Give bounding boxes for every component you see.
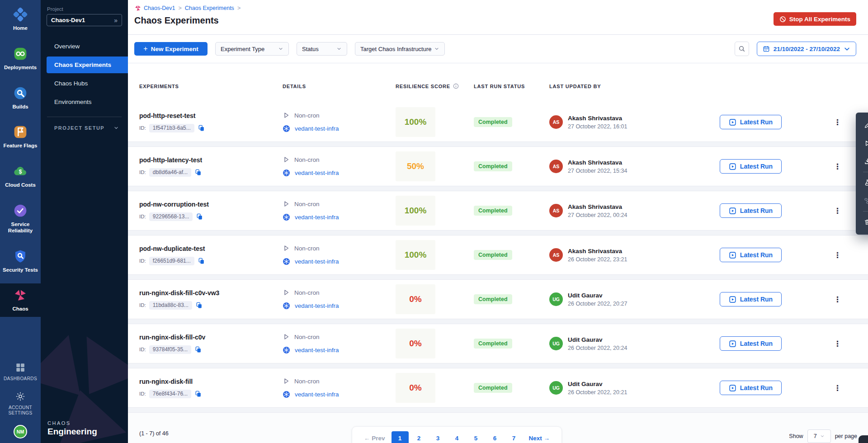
- latest-run-button[interactable]: Latest Run: [720, 248, 782, 262]
- filter-target-chaos-infrastructure[interactable]: Target Chaos Infrastructure: [355, 42, 445, 56]
- sidebar-item-overview[interactable]: Overview: [41, 37, 128, 56]
- resilience-score: 0%: [396, 284, 435, 314]
- copy-icon[interactable]: [198, 257, 205, 265]
- infrastructure-link[interactable]: vedant-test-infra: [295, 302, 339, 309]
- latest-run-button[interactable]: Latest Run: [720, 336, 782, 351]
- breadcrumb-link-chaos-experiments[interactable]: Chaos Experiments: [185, 5, 234, 11]
- page-button-5[interactable]: 5: [467, 431, 485, 443]
- module-cloud-costs[interactable]: $ Cloud Costs: [0, 160, 41, 193]
- table-header: EXPERIMENTS DETAILS RESILIENCE SCORE LAS…: [128, 63, 868, 103]
- module-dashboards[interactable]: DASHBOARDS: [0, 362, 41, 382]
- infrastructure-link[interactable]: vedant-test-infra: [295, 170, 339, 176]
- expand-icon[interactable]: »: [114, 17, 118, 24]
- search-button[interactable]: [735, 42, 749, 56]
- copy-icon[interactable]: [194, 346, 202, 353]
- copy-icon[interactable]: [194, 169, 202, 176]
- project-selector[interactable]: Chaos-Dev1 »: [47, 14, 122, 26]
- copy-icon[interactable]: [198, 124, 205, 132]
- menu-item-edit-experiment[interactable]: Edit Experiment: [856, 116, 868, 134]
- dashboards-icon: [14, 362, 26, 373]
- latest-run-button[interactable]: Latest Run: [720, 292, 782, 306]
- chevron-down-icon: [336, 46, 342, 52]
- updated-date: 26 October 2022, 20:27: [568, 301, 627, 307]
- latest-run-button[interactable]: Latest Run: [720, 115, 782, 129]
- menu-item-add-to-pipeline: Add to Pipeline: [856, 192, 868, 210]
- experiment-id: 76e8f434-76...: [149, 390, 191, 398]
- module-account-settings[interactable]: ACCOUNTSETTINGS: [0, 391, 41, 416]
- row-menu-button[interactable]: ⋮: [831, 117, 837, 128]
- latest-run-button[interactable]: Latest Run: [720, 159, 782, 174]
- module-feature-flags[interactable]: Feature Flags: [0, 120, 41, 154]
- info-icon[interactable]: [453, 83, 459, 89]
- user-avatar[interactable]: NM: [14, 425, 27, 438]
- copy-icon[interactable]: [194, 390, 202, 398]
- run-icon: [729, 163, 736, 170]
- module-sidebar: Home Deployments Builds Feature Flags $ …: [0, 0, 41, 443]
- latest-run-button[interactable]: Latest Run: [720, 203, 782, 218]
- experiment-name: pod-nw-duplicate-test: [139, 245, 283, 252]
- copy-icon[interactable]: [196, 213, 203, 221]
- page-button-1[interactable]: 1: [392, 431, 409, 443]
- user-name: Udit Gaurav: [568, 292, 627, 299]
- breadcrumb-link-chaos-dev1[interactable]: Chaos-Dev1: [144, 5, 175, 11]
- column-last-updated-by: LAST UPDATED BY: [549, 84, 720, 89]
- row-separator: [128, 363, 868, 368]
- infrastructure-link[interactable]: vedant-test-infra: [295, 391, 339, 398]
- column-experiments: EXPERIMENTS: [139, 84, 283, 89]
- brand: CHAOS Engineering: [47, 420, 97, 437]
- row-menu-button[interactable]: ⋮: [831, 294, 837, 305]
- filter-experiment-type[interactable]: Experiment Type: [215, 42, 289, 56]
- chaos-icon: [13, 287, 28, 303]
- filter-label: Status: [302, 46, 319, 52]
- stop-all-experiments-button[interactable]: Stop All Experiments: [774, 12, 856, 26]
- menu-item-delete-experiment[interactable]: Delete Experiment: [856, 213, 868, 231]
- module-home[interactable]: Home: [0, 3, 41, 36]
- row-menu-button[interactable]: ⋮: [831, 205, 837, 217]
- menu-item-add-to-chaos-hub[interactable]: Add to Chaos Hub: [856, 174, 868, 192]
- id-label: ID:: [139, 391, 146, 396]
- sidebar-item-chaos-hubs[interactable]: Chaos Hubs: [41, 74, 128, 93]
- module-label: Cloud Costs: [4, 182, 37, 189]
- infrastructure-link[interactable]: vedant-test-infra: [295, 125, 339, 132]
- pagination-summary: (1 - 7) of 46: [139, 430, 169, 437]
- row-menu-button[interactable]: ⋮: [831, 338, 837, 349]
- infrastructure-link[interactable]: vedant-test-infra: [295, 347, 339, 353]
- infrastructure-link[interactable]: vedant-test-infra: [295, 214, 339, 221]
- filter-status[interactable]: Status: [297, 42, 347, 56]
- new-experiment-button[interactable]: + New Experiment: [134, 42, 208, 56]
- latest-run-button[interactable]: Latest Run: [720, 381, 782, 395]
- chevron-down-icon: [113, 125, 119, 131]
- module-service-reliability[interactable]: Service Reliability: [0, 199, 41, 239]
- page-header: Chaos-Dev1>Chaos Experiments> Chaos Expe…: [128, 0, 868, 35]
- infrastructure-link[interactable]: vedant-test-infra: [295, 258, 339, 265]
- project-setup-section[interactable]: PROJECT SETUP: [41, 117, 128, 131]
- module-label: ACCOUNTSETTINGS: [7, 405, 33, 416]
- sidebar-item-chaos-experiments[interactable]: Chaos Experiments: [47, 57, 128, 73]
- row-menu-button[interactable]: ⋮: [831, 161, 837, 172]
- help-widget[interactable]: [859, 435, 868, 443]
- page-button-4[interactable]: 4: [448, 431, 466, 443]
- sidebar-item-environments[interactable]: Environments: [41, 93, 128, 111]
- row-menu-button[interactable]: ⋮: [831, 382, 837, 394]
- page-button-7[interactable]: 7: [505, 431, 523, 443]
- page-button-6[interactable]: 6: [486, 431, 504, 443]
- page-button-3[interactable]: 3: [429, 431, 447, 443]
- menu-item-download-experiment[interactable]: Download Experiment: [856, 152, 868, 170]
- module-chaos[interactable]: Chaos: [0, 283, 41, 317]
- module-security-tests[interactable]: Security Tests: [0, 245, 41, 278]
- menu-item-run-experiment[interactable]: Run Experiment: [856, 134, 868, 152]
- date-range-picker[interactable]: 21/10/2022 - 27/10/2022: [757, 42, 856, 56]
- home-icon: [13, 7, 28, 22]
- module-deployments[interactable]: Deployments: [0, 42, 41, 75]
- row-separator: [128, 319, 868, 324]
- next-page-button[interactable]: Next →: [524, 435, 555, 442]
- page-button-2[interactable]: 2: [410, 431, 428, 443]
- prev-page-button[interactable]: ← Prev: [359, 435, 390, 442]
- page-size-select[interactable]: 7: [807, 429, 831, 443]
- copy-icon[interactable]: [195, 302, 203, 309]
- download-icon: [864, 158, 868, 165]
- row-menu-button[interactable]: ⋮: [831, 250, 837, 261]
- module-builds[interactable]: Builds: [0, 81, 41, 115]
- chaos-logo-icon: [134, 5, 142, 12]
- avatar: AS: [549, 160, 563, 173]
